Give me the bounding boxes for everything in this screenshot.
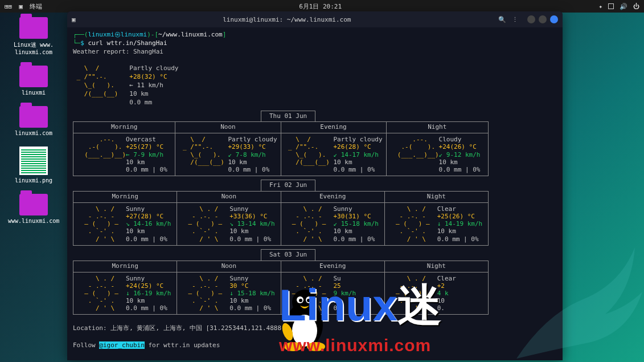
- weather-ascii-icon: \ . / - .-. - ― ( ) ― . `-' . / ' \: [77, 275, 122, 312]
- period-name: Evening: [281, 122, 386, 133]
- period-name: Noon: [177, 261, 280, 272]
- period-cell: Night .--. .-( ). (___.__)__) Cloudy +24…: [387, 122, 488, 176]
- svg-point-1: [292, 315, 317, 347]
- weather-data: Su 25 9 km/h 10 0.: [334, 275, 356, 312]
- terminal-titlebar[interactable]: ▣ linuxmi@linuxmi: ~/www.linuxmi.com 🔍 ⋮: [67, 11, 563, 27]
- desktop-icon-label: linuxmi.png: [8, 177, 59, 184]
- period-name: Night: [385, 261, 488, 272]
- weather-data: Clear +2 4 k 10 0.: [437, 275, 456, 312]
- period-cell: Evening \ / _ /"".-. \_( ). /(___(__) Pa…: [281, 122, 387, 176]
- weather-ascii-icon: \ . / - .-. - ― ( ) ― . `-' . / ' \: [285, 205, 330, 243]
- power-icon[interactable]: ⏻: [633, 3, 639, 10]
- weather-data: Sunny 30 °C ↓ 15-18 km/h 10 km 0.0 mm | …: [229, 275, 274, 312]
- period-cell: Night \ . / - .-. - ― ( ) ― . `-' . / ' …: [385, 261, 488, 315]
- desktop-icon[interactable]: linuxmi.com: [8, 106, 59, 136]
- period-name: Morning: [73, 192, 177, 203]
- weather-data: Clear +25(26) °C ↓ 14-19 km/h 10 km 0.0 …: [437, 205, 482, 243]
- period-cell: Morning .--. .-( ). (___.__)__) Overcast…: [73, 122, 175, 176]
- folder-icon: [19, 106, 48, 128]
- day-label: Sat 03 Jun: [261, 249, 315, 261]
- terminal-app-icon: ▣: [72, 16, 76, 23]
- weather-ascii-icon: \ . / - .-. - ― ( ) ― . `-' . / ' \: [388, 205, 434, 243]
- system-topbar: ⊞⊞ ▣ 终端 6月1日 20:21 ✦ 🔊 ⏻: [0, 0, 644, 13]
- desktop-icon[interactable]: linuxmi.png: [8, 147, 59, 184]
- desktop-icon-label: linuxmi: [8, 90, 59, 96]
- weather-ascii-icon: \ . / - .-. - ― ( ) ― . `-' . / ' \: [388, 275, 434, 312]
- period-cell: Noon \ . / - .-. - ― ( ) ― . `-' . / ' \…: [177, 261, 281, 315]
- period-name: Morning: [73, 122, 175, 133]
- day-label: Thu 01 Jun: [261, 111, 315, 123]
- svg-point-5: [299, 299, 302, 302]
- menu-icon[interactable]: ⋮: [512, 16, 518, 23]
- weather-ascii-icon: \ . / - .-. - ― ( ) ― . `-' . / ' \: [77, 205, 122, 243]
- minimize-button[interactable]: [527, 15, 535, 23]
- weather-data: Sunny +33(36) °C ↘ 13-14 km/h 10 km 0.0 …: [229, 205, 274, 243]
- tray-icon[interactable]: [608, 3, 614, 9]
- period-cell: Evening \ . / - .-. - ― ( ) ― . `-' . / …: [281, 192, 385, 245]
- tux-logo: [273, 285, 336, 353]
- weather-data: Sunny +24(25) °C ↓ 16-19 km/h 10 km 0.0 …: [126, 275, 171, 312]
- desktop-icon-label: Linux迷 www. linuxmi.com: [8, 41, 59, 55]
- search-icon[interactable]: 🔍: [498, 16, 506, 23]
- svg-point-7: [284, 342, 302, 351]
- svg-point-2: [292, 290, 317, 315]
- folder-icon: [19, 194, 48, 215]
- day-label: Fri 02 Jun: [261, 180, 315, 192]
- weather-ascii-icon: .--. .-( ). (___.__)__): [390, 136, 436, 173]
- period-cell: Noon \ . / - .-. - ― ( ) ― . `-' . / ' \…: [177, 192, 281, 245]
- day-table: Morning \ . / - .-. - ― ( ) ― . `-' . / …: [73, 191, 489, 246]
- period-cell: Morning \ . / - .-. - ― ( ) ― . `-' . / …: [73, 192, 177, 245]
- clock[interactable]: 6月1日 20:21: [42, 2, 599, 11]
- folder-icon: [19, 17, 48, 39]
- weather-ascii-icon: \ . / - .-. - ― ( ) ― . `-' . / ' \: [181, 275, 226, 312]
- period-name: Morning: [73, 261, 177, 272]
- forecast-day: Fri 02 JunMorning \ . / - .-. - ― ( ) ― …: [73, 180, 557, 246]
- period-name: Night: [385, 192, 488, 203]
- kali-dragon-icon: [496, 225, 644, 362]
- weather-ascii-icon: \ . / - .-. - ― ( ) ― . `-' . / ' \: [181, 205, 226, 243]
- forecast-day: Thu 01 JunMorning .--. .-( ). (___.__)__…: [73, 111, 557, 177]
- period-name: Evening: [281, 192, 384, 203]
- close-button[interactable]: [550, 15, 558, 23]
- weather-ascii-icon: \ / _ /"".-. \_( ). /(___(__): [285, 136, 330, 173]
- period-cell: Night \ . / - .-. - ― ( ) ― . `-' . / ' …: [385, 192, 488, 245]
- weather-data: Partly cloudy +26(28) °C ↙ 14-17 km/h 10…: [334, 136, 383, 173]
- weather-ascii-icon: .--. .-( ). (___.__)__): [77, 136, 122, 173]
- desktop-icon[interactable]: Linux迷 www. linuxmi.com: [8, 17, 59, 55]
- desktop-icon[interactable]: www.linuxmi.com: [8, 194, 59, 224]
- accessibility-icon[interactable]: ✦: [598, 3, 602, 10]
- desktop-icon-label: linuxmi.com: [8, 130, 59, 136]
- terminal-title: linuxmi@linuxmi: ~/www.linuxmi.com: [76, 16, 498, 23]
- period-name: Evening: [281, 261, 384, 272]
- weather-data: Overcast +25(27) °C ← 7-9 km/h 10 km 0.0…: [126, 136, 167, 173]
- svg-point-6: [307, 299, 310, 302]
- desktop-icon-label: www.linuxmi.com: [8, 218, 59, 224]
- volume-icon[interactable]: 🔊: [620, 3, 627, 10]
- svg-point-8: [307, 342, 325, 351]
- period-cell: Noon \ / _ /"".-. \_( ). /(___(__) Partl…: [175, 122, 281, 176]
- apps-icon[interactable]: ⊞⊞: [5, 3, 12, 10]
- desktop-icon[interactable]: linuxmi: [8, 66, 59, 96]
- maximize-button[interactable]: [539, 15, 547, 23]
- qr-image-icon: [19, 147, 48, 175]
- period-name: Noon: [175, 122, 280, 133]
- period-cell: Morning \ . / - .-. - ― ( ) ― . `-' . / …: [73, 261, 177, 315]
- weather-data: Cloudy +24(26) °C ↙ 9-12 km/h 10 km 0.0 …: [439, 136, 481, 173]
- weather-ascii-icon: \ / _ /"".-. \_( ). /(___(__): [179, 136, 224, 173]
- desktop-icons: Linux迷 www. linuxmi.comlinuxmilinuxmi.co…: [8, 17, 59, 234]
- active-app-label: 终端: [30, 2, 42, 11]
- period-name: Noon: [177, 192, 280, 203]
- day-table: Morning .--. .-( ). (___.__)__) Overcast…: [73, 121, 489, 176]
- period-name: Night: [387, 122, 488, 133]
- windows-icon[interactable]: ▣: [19, 3, 23, 10]
- weather-data: Partly cloudy +29(33) °C ↙ 7-8 km/h 10 k…: [228, 136, 277, 173]
- weather-data: Sunny +27(28) °C ↘ 14-16 km/h 10 km 0.0 …: [126, 205, 171, 243]
- folder-icon: [19, 66, 48, 87]
- weather-data: Sunny +30(31) °C ↙ 15-18 km/h 10 km 0.0 …: [334, 205, 379, 243]
